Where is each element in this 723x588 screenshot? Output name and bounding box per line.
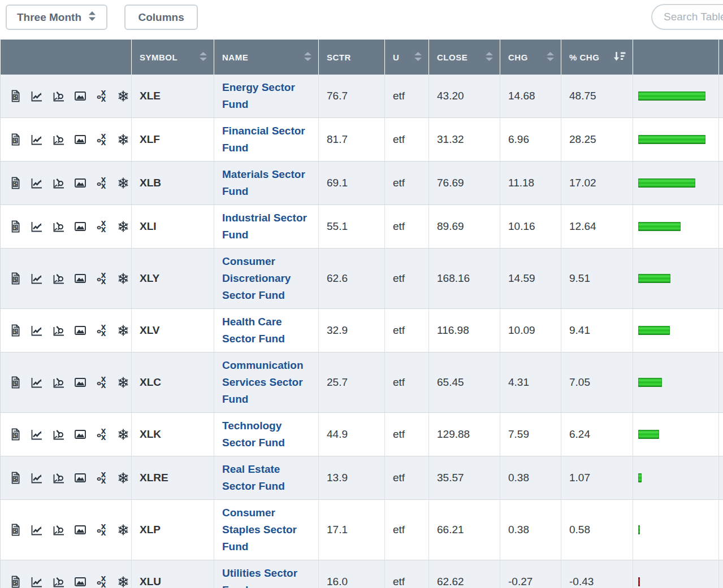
sharpchart-icon[interactable] bbox=[30, 376, 44, 389]
column-header-pct-chg[interactable]: % CHG bbox=[561, 40, 633, 75]
close-cell: 116.98 bbox=[429, 309, 500, 352]
gallery-view-icon[interactable] bbox=[73, 376, 87, 389]
point-figure-icon[interactable]: X o X bbox=[95, 133, 109, 146]
svg-text:$: $ bbox=[14, 137, 18, 143]
name-link[interactable]: Health Care Sector Fund bbox=[222, 313, 310, 347]
name-link[interactable]: Financial Sector Fund bbox=[222, 123, 310, 156]
gallery-view-icon[interactable] bbox=[73, 575, 87, 588]
point-figure-icon[interactable]: X o X bbox=[95, 428, 109, 441]
column-header-close[interactable]: CLOSE bbox=[429, 40, 500, 75]
sharpchart-icon[interactable] bbox=[30, 575, 44, 588]
name-link[interactable]: Energy Sector Fund bbox=[222, 79, 310, 113]
sharpchart-icon[interactable] bbox=[30, 272, 44, 285]
point-figure-icon[interactable]: X o X bbox=[95, 523, 109, 537]
interactive-chart-icon[interactable] bbox=[52, 176, 66, 190]
gallery-view-icon[interactable] bbox=[73, 272, 87, 285]
point-figure-icon[interactable]: X o X bbox=[95, 89, 109, 103]
interactive-chart-icon[interactable] bbox=[52, 324, 66, 337]
sharpchart-icon[interactable] bbox=[30, 220, 44, 233]
column-header-symbol[interactable]: SYMBOL bbox=[132, 40, 214, 75]
column-header-sctr[interactable]: SCTR bbox=[319, 40, 385, 75]
name-link[interactable]: Consumer Discretionary Sector Fund bbox=[222, 253, 310, 304]
table-row: $ bbox=[1, 75, 723, 118]
sharpchart-icon[interactable] bbox=[30, 89, 44, 103]
seasonality-icon[interactable] bbox=[116, 133, 130, 146]
gallery-view-icon[interactable] bbox=[73, 133, 87, 146]
u-cell: etf bbox=[385, 249, 429, 309]
sharpchart-icon[interactable] bbox=[30, 471, 44, 485]
point-figure-icon[interactable]: X o X bbox=[95, 376, 109, 389]
symbol-summary-icon[interactable]: $ bbox=[8, 575, 22, 588]
interactive-chart-icon[interactable] bbox=[52, 471, 66, 485]
column-label: NAME bbox=[222, 53, 248, 62]
seasonality-icon[interactable] bbox=[116, 575, 130, 588]
sort-arrows-icon bbox=[414, 52, 422, 63]
interactive-chart-icon[interactable] bbox=[52, 428, 66, 441]
sharpchart-icon[interactable] bbox=[30, 133, 44, 146]
name-link[interactable]: Technology Sector Fund bbox=[222, 417, 310, 451]
symbol-label: XLK bbox=[140, 428, 161, 440]
column-header-chg[interactable]: CHG bbox=[500, 40, 561, 75]
pct-chg-bar bbox=[638, 92, 705, 101]
symbol-summary-icon[interactable]: $ bbox=[8, 376, 22, 389]
seasonality-icon[interactable] bbox=[116, 176, 130, 190]
seasonality-icon[interactable] bbox=[116, 428, 130, 441]
point-figure-icon[interactable]: X o X bbox=[95, 272, 109, 285]
symbol-summary-icon[interactable]: $ bbox=[8, 272, 22, 285]
sharpchart-icon[interactable] bbox=[30, 428, 44, 441]
symbol-summary-icon[interactable]: $ bbox=[8, 133, 22, 146]
interactive-chart-icon[interactable] bbox=[52, 89, 66, 103]
seasonality-icon[interactable] bbox=[116, 376, 130, 389]
sharpchart-icon[interactable] bbox=[30, 324, 44, 337]
seasonality-icon[interactable] bbox=[116, 324, 130, 337]
columns-button[interactable]: Columns bbox=[124, 5, 197, 30]
row-actions-cell: $ bbox=[1, 249, 132, 309]
seasonality-icon[interactable] bbox=[116, 220, 130, 233]
symbol-summary-icon[interactable]: $ bbox=[8, 324, 22, 337]
symbol-summary-icon[interactable]: $ bbox=[8, 220, 22, 233]
period-select[interactable]: Three Month bbox=[6, 5, 107, 30]
name-link[interactable]: Materials Sector Fund bbox=[222, 166, 310, 200]
bar-cell bbox=[633, 75, 719, 118]
search-input[interactable] bbox=[651, 4, 723, 30]
sctr-cell: 44.9 bbox=[319, 413, 385, 456]
name-link[interactable]: Industrial Sector Fund bbox=[222, 210, 310, 243]
column-header-name[interactable]: NAME bbox=[214, 40, 319, 75]
point-figure-icon[interactable]: X o X bbox=[95, 176, 109, 190]
seasonality-icon[interactable] bbox=[116, 471, 130, 485]
point-figure-icon[interactable]: X o X bbox=[95, 324, 109, 337]
gallery-view-icon[interactable] bbox=[73, 89, 87, 103]
gallery-view-icon[interactable] bbox=[73, 220, 87, 233]
name-link[interactable]: Consumer Staples Sector Fund bbox=[222, 504, 310, 555]
interactive-chart-icon[interactable] bbox=[52, 376, 66, 389]
symbol-summary-icon[interactable]: $ bbox=[8, 176, 22, 190]
column-header-u[interactable]: U bbox=[385, 40, 429, 75]
interactive-chart-icon[interactable] bbox=[52, 133, 66, 146]
symbol-summary-icon[interactable]: $ bbox=[8, 428, 22, 441]
symbol-summary-icon[interactable]: $ bbox=[8, 89, 22, 103]
interactive-chart-icon[interactable] bbox=[52, 272, 66, 285]
svg-text:$: $ bbox=[14, 432, 18, 438]
symbol-summary-icon[interactable]: $ bbox=[8, 471, 22, 485]
seasonality-icon[interactable] bbox=[116, 89, 130, 103]
sharpchart-icon[interactable] bbox=[30, 523, 44, 537]
name-link[interactable]: Utilities Sector Fund bbox=[222, 565, 310, 588]
interactive-chart-icon[interactable] bbox=[52, 220, 66, 233]
gallery-view-icon[interactable] bbox=[73, 428, 87, 441]
name-link[interactable]: Communication Services Sector Fund bbox=[222, 357, 310, 408]
interactive-chart-icon[interactable] bbox=[52, 523, 66, 537]
gallery-view-icon[interactable] bbox=[73, 324, 87, 337]
name-link[interactable]: Real Estate Sector Fund bbox=[222, 461, 310, 495]
interactive-chart-icon[interactable] bbox=[52, 575, 66, 588]
gallery-view-icon[interactable] bbox=[73, 523, 87, 537]
seasonality-icon[interactable] bbox=[116, 523, 130, 537]
gallery-view-icon[interactable] bbox=[73, 471, 87, 485]
point-figure-icon[interactable]: X o X bbox=[95, 220, 109, 233]
point-figure-icon[interactable]: X o X bbox=[95, 575, 109, 588]
symbol-summary-icon[interactable]: $ bbox=[8, 523, 22, 537]
seasonality-icon[interactable] bbox=[116, 272, 130, 285]
gallery-view-icon[interactable] bbox=[73, 176, 87, 190]
point-figure-icon[interactable]: X o X bbox=[95, 471, 109, 485]
pct-chg-cell: 28.25 bbox=[561, 118, 633, 162]
sharpchart-icon[interactable] bbox=[30, 176, 44, 190]
